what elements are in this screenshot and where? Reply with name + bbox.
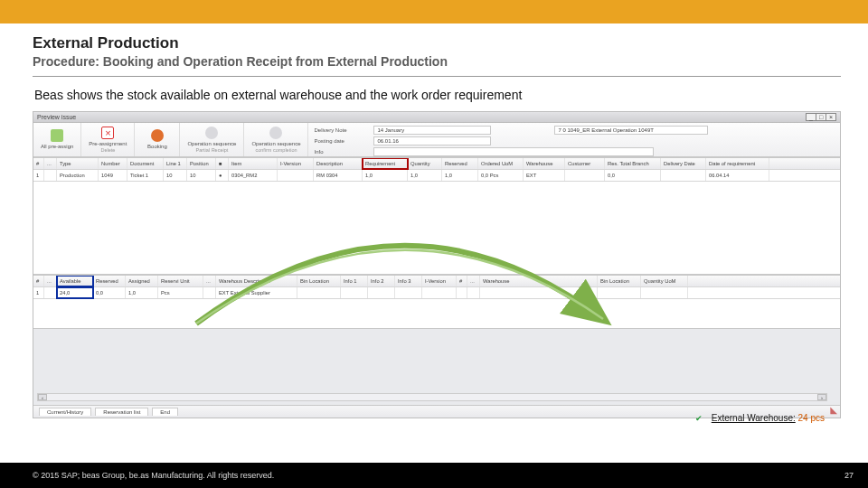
toolbar-opseq-confirm-button[interactable]: Operation sequence confirm completion (244, 123, 308, 156)
toolbar-booking-button[interactable]: Booking (135, 123, 180, 156)
column-header[interactable]: Reserved (442, 158, 478, 169)
column-header[interactable]: Warehous Description (216, 276, 297, 286)
grid-cell[interactable]: 0,0 (93, 287, 126, 298)
grid-cell[interactable]: 1,0 (408, 170, 442, 181)
grid-cell[interactable] (422, 287, 457, 298)
column-header[interactable]: Res. Total Branch (605, 158, 661, 169)
column-header[interactable]: Date of requirement (706, 158, 769, 169)
column-header[interactable]: ... (44, 158, 57, 169)
column-header[interactable]: Item (229, 158, 278, 169)
grid-cell[interactable]: EXT (524, 170, 565, 181)
grid-cell[interactable] (598, 287, 641, 298)
grid-cell[interactable] (44, 170, 57, 181)
callout-value: 24 pcs (798, 413, 825, 423)
scroll-left-icon[interactable]: ‹ (38, 394, 47, 400)
grid-cell[interactable] (44, 287, 57, 298)
column-header[interactable]: ... (203, 276, 216, 286)
grid-cell[interactable]: 1 (33, 287, 44, 298)
column-header[interactable]: Quantity (408, 158, 442, 169)
grid-cell[interactable]: 0,0 (605, 170, 661, 181)
grid-cell[interactable]: 1,0 (442, 170, 478, 181)
column-header[interactable]: Assigned (126, 276, 158, 286)
grid-cell[interactable]: RM 0304 (314, 170, 363, 181)
column-header[interactable]: Warehouse (524, 158, 565, 169)
callout-label: External Warehouse: (712, 413, 796, 423)
grid-cell[interactable] (480, 287, 598, 298)
column-header[interactable]: Type (57, 158, 99, 169)
grid-cell[interactable]: 1 (33, 170, 44, 181)
grid-cell[interactable] (565, 170, 605, 181)
column-header[interactable]: Number (99, 158, 127, 169)
column-header[interactable]: Info 2 (368, 276, 395, 286)
grid-cell[interactable] (341, 287, 368, 298)
column-header[interactable]: Warehouse (480, 276, 598, 286)
column-header[interactable]: Quantity UoM (641, 276, 688, 286)
column-header[interactable]: Reserved (93, 276, 126, 286)
grid-cell[interactable]: 1049 (99, 170, 127, 181)
grid-cell[interactable] (297, 287, 341, 298)
grid-cell[interactable] (457, 287, 467, 298)
grid-cell[interactable]: 10 (187, 170, 216, 181)
info-input[interactable]: 7 0 1049_ER External Operation 1049T (554, 126, 708, 135)
grid-cell[interactable] (661, 170, 706, 181)
toolbar-preassign-button[interactable]: All pre-assign (33, 123, 81, 156)
column-header[interactable]: Requirement (363, 158, 408, 169)
grid-cell[interactable]: 0304_RM2 (229, 170, 278, 181)
grid-cell[interactable]: ● (216, 170, 229, 181)
column-header[interactable]: Bin Location (598, 276, 641, 286)
scroll-right-icon[interactable]: › (817, 394, 826, 400)
grid-cell[interactable] (467, 287, 480, 298)
column-header[interactable]: Customer (565, 158, 605, 169)
column-header[interactable]: Document (127, 158, 164, 169)
column-header[interactable]: ... (44, 276, 57, 286)
toolbar-delete-assign-button[interactable]: × Pre-assignment Delete (81, 123, 135, 156)
preassign-icon (51, 129, 63, 142)
column-header[interactable]: Info 1 (341, 276, 368, 286)
column-header[interactable]: ■ (216, 158, 229, 169)
grid-cell[interactable] (203, 287, 216, 298)
grid-cell[interactable]: 10 (164, 170, 187, 181)
grid-cell[interactable]: 06.04.14 (706, 170, 769, 181)
grid-cell[interactable]: EXT External Supplier (216, 287, 297, 298)
grid-cell[interactable] (368, 287, 395, 298)
grid-cell[interactable]: 24,0 (57, 287, 93, 298)
grid-cell[interactable]: 1,0 (363, 170, 408, 181)
window-close-icon[interactable]: × (826, 113, 836, 121)
grid-cell[interactable]: 0,0 Pcs (478, 170, 524, 181)
column-header[interactable]: Bin Location (297, 276, 341, 286)
posting-date-input[interactable]: 06.01.16 (373, 136, 491, 145)
column-header[interactable]: Available (57, 276, 93, 286)
column-header[interactable]: I-Version (278, 158, 314, 169)
column-header[interactable]: # (33, 276, 44, 286)
grid-cell[interactable]: Production (57, 170, 99, 181)
toolbar-label: Operation sequence (251, 141, 300, 147)
column-header[interactable]: Description (314, 158, 363, 169)
window-titlebar: Preview issue _ □ × (33, 112, 840, 123)
info2-input[interactable] (373, 147, 654, 156)
delivery-note-input[interactable]: 14 January (373, 126, 491, 135)
column-header[interactable]: # (33, 158, 44, 169)
tab-current-history[interactable]: Current/History (39, 408, 91, 416)
grid-cell[interactable]: Ticket 1 (127, 170, 164, 181)
column-header[interactable]: Reservi Unit (158, 276, 203, 286)
column-header[interactable]: Delivery Date (661, 158, 706, 169)
horizontal-scrollbar[interactable]: ‹ › (37, 393, 827, 401)
page-title: External Production (33, 34, 841, 52)
grid-cell[interactable] (641, 287, 688, 298)
grid-cell[interactable]: Pcs (158, 287, 203, 298)
column-header[interactable]: Info 3 (395, 276, 422, 286)
tab-end[interactable]: End (152, 408, 178, 416)
column-header[interactable]: ... (467, 276, 480, 286)
field-label: Info (314, 149, 370, 155)
grid-cell[interactable] (395, 287, 422, 298)
resize-handle-icon[interactable]: ◢ (830, 405, 837, 415)
column-header[interactable]: Ordered UoM (478, 158, 524, 169)
column-header[interactable]: # (457, 276, 467, 286)
grid-cell[interactable]: 1,0 (126, 287, 158, 298)
column-header[interactable]: Position (187, 158, 216, 169)
column-header[interactable]: I-Version (422, 276, 457, 286)
grid-cell[interactable] (278, 170, 314, 181)
tab-reservation-list[interactable]: Reservation list (95, 408, 148, 416)
toolbar-opseq-partial-button[interactable]: Operation sequence Partial Receipt (180, 123, 244, 156)
column-header[interactable]: Line 1 (164, 158, 187, 169)
